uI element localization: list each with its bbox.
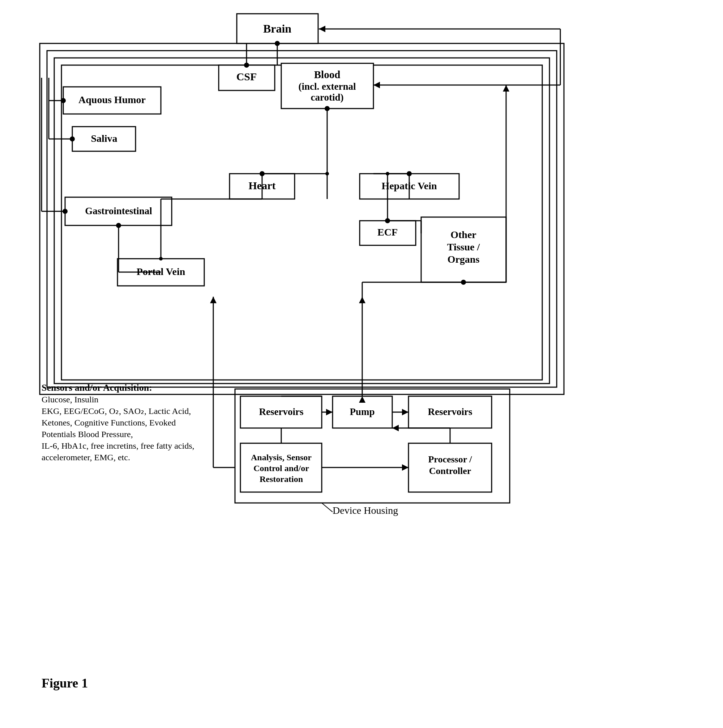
svg-marker-76 (503, 85, 509, 92)
svg-text:Analysis, Sensor: Analysis, Sensor (251, 453, 312, 462)
svg-text:Processor /: Processor / (428, 454, 472, 465)
svg-rect-21 (65, 197, 172, 225)
svg-text:Portal Vein: Portal Vein (137, 266, 185, 277)
svg-text:Glucose, Insulin: Glucose, Insulin (41, 395, 98, 404)
svg-text:Control and/or: Control and/or (253, 463, 309, 473)
svg-marker-98 (402, 409, 409, 415)
svg-marker-74 (374, 82, 380, 88)
svg-text:Blood: Blood (314, 69, 340, 80)
svg-text:Controller: Controller (429, 466, 471, 476)
svg-point-58 (63, 209, 68, 214)
svg-rect-19 (360, 174, 459, 199)
svg-marker-100 (402, 464, 409, 471)
svg-rect-7 (219, 65, 275, 90)
svg-text:Ketones, Cognitive Functions, : Ketones, Cognitive Functions, Evoked (41, 418, 176, 427)
svg-text:Figure 1: Figure 1 (41, 676, 88, 690)
svg-text:Hepatic Vein: Hepatic Vein (381, 180, 437, 191)
svg-text:Aquous Humor: Aquous Humor (78, 94, 146, 105)
svg-text:Organs: Organs (447, 254, 480, 265)
svg-rect-1 (47, 50, 557, 387)
svg-rect-23 (360, 221, 416, 245)
svg-text:Reservoirs: Reservoirs (428, 406, 473, 417)
svg-rect-2 (54, 58, 549, 384)
svg-text:Other: Other (450, 229, 476, 240)
svg-marker-92 (359, 297, 366, 303)
svg-text:Brain: Brain (263, 22, 291, 35)
svg-rect-29 (117, 259, 204, 286)
svg-rect-3 (61, 65, 542, 380)
svg-point-65 (385, 218, 390, 223)
svg-point-56 (61, 98, 66, 103)
svg-rect-15 (72, 127, 136, 151)
svg-rect-33 (333, 396, 392, 428)
svg-text:Gastrointestinal: Gastrointestinal (85, 205, 152, 216)
svg-point-61 (159, 257, 163, 260)
svg-point-48 (244, 63, 249, 68)
svg-rect-31 (240, 396, 322, 428)
svg-point-71 (386, 172, 389, 176)
svg-point-53 (325, 172, 329, 176)
svg-rect-9 (281, 63, 374, 109)
svg-point-46 (275, 41, 280, 46)
svg-rect-5 (237, 14, 318, 43)
svg-text:Reservoirs: Reservoirs (259, 406, 304, 417)
svg-text:IL-6, HbA1c, free incretins, f: IL-6, HbA1c, free incretins, free fatty … (41, 441, 194, 450)
svg-point-51 (259, 171, 265, 176)
svg-rect-25 (421, 217, 506, 282)
svg-point-57 (70, 136, 75, 141)
svg-text:Heart: Heart (249, 179, 276, 191)
svg-text:Pump: Pump (349, 406, 375, 417)
svg-text:Restoration: Restoration (259, 474, 303, 484)
svg-text:Sensors and/or Acquisition:: Sensors and/or Acquisition: (41, 382, 152, 393)
svg-marker-45 (319, 26, 325, 32)
svg-text:Device Housing: Device Housing (333, 505, 398, 516)
svg-marker-96 (326, 409, 333, 415)
svg-line-115 (322, 503, 333, 512)
svg-rect-37 (240, 443, 322, 492)
svg-text:CSF: CSF (236, 70, 257, 83)
svg-marker-103 (392, 425, 399, 431)
svg-text:Saliva: Saliva (91, 133, 117, 144)
svg-text:Tissue /: Tissue / (447, 241, 480, 252)
svg-rect-17 (230, 174, 294, 199)
svg-point-49 (325, 106, 330, 111)
svg-text:accelerometer, EMG, etc.: accelerometer, EMG, etc. (41, 453, 130, 462)
svg-marker-104 (359, 396, 366, 403)
svg-rect-0 (40, 43, 564, 395)
svg-rect-35 (409, 396, 492, 428)
diagram-container: Brain CSF Blood (incl. external carotid)… (22, 7, 701, 713)
svg-point-54 (407, 171, 412, 176)
svg-text:ECF: ECF (377, 226, 398, 238)
svg-text:EKG, EEG/ECoG, O₂, SAO₂, Lacti: EKG, EEG/ECoG, O₂, SAO₂, Lactic Acid, (41, 406, 191, 416)
svg-text:(incl. external: (incl. external (299, 81, 356, 92)
svg-text:Potentials Blood Pressure,: Potentials Blood Pressure, (41, 430, 133, 439)
svg-text:carotid): carotid) (311, 92, 344, 103)
svg-rect-4 (235, 389, 510, 503)
svg-rect-13 (63, 87, 161, 114)
diagram-svg: Brain CSF Blood (incl. external carotid)… (22, 7, 701, 713)
svg-point-64 (116, 223, 121, 228)
svg-marker-90 (210, 297, 217, 303)
svg-point-68 (461, 280, 466, 285)
svg-rect-41 (409, 443, 492, 492)
